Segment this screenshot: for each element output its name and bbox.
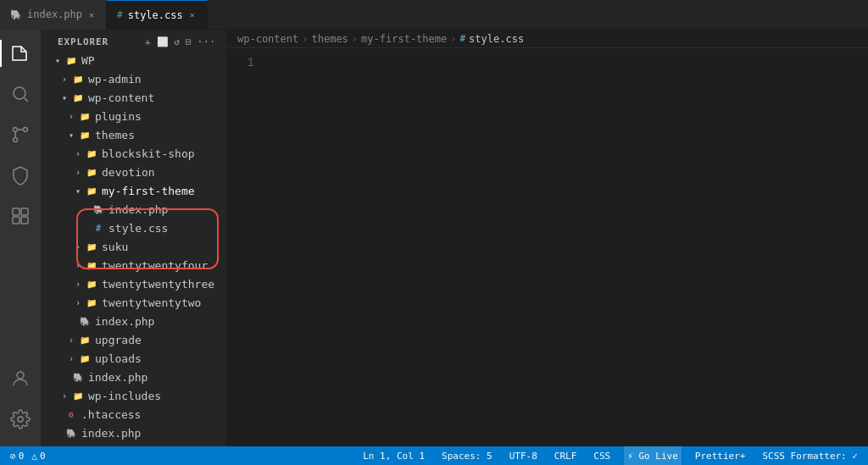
tree-item-upgrade[interactable]: 📁 upgrade [41,330,226,349]
tab-index-php[interactable]: 🐘 index.php ✕ [0,0,107,30]
activity-source-control[interactable] [0,114,41,155]
status-errors[interactable]: ⊘ 0 △ 0 [7,446,49,465]
editor-content[interactable]: 1 [227,48,868,446]
status-spaces[interactable]: Spaces: 5 [438,446,496,465]
folder-icon-twentytwentythree: 📁 [85,277,98,291]
folder-icon-upgrade: 📁 [78,333,92,346]
folder-icon-suku: 📁 [85,240,98,253]
spaces-label: Spaces: 5 [442,451,492,462]
tree-item-themes[interactable]: 📁 themes [41,125,226,144]
tree-item-blockskit[interactable]: 📁 blockskit-shop [41,144,226,163]
folder-icon-my-first-theme: 📁 [85,184,98,197]
status-language[interactable]: CSS [590,446,614,465]
svg-point-2 [24,128,28,132]
tab-close-index-php[interactable]: ✕ [87,8,96,21]
activity-explorer[interactable] [0,33,41,74]
new-file-icon[interactable]: + [145,36,152,47]
tab-label-index-php: index.php [27,8,82,20]
arrow-wp-includes [58,389,71,402]
prettier-label: Prettier+ [695,451,746,462]
tree-item-style-css-theme[interactable]: # style.css [41,219,226,237]
svg-rect-6 [13,217,19,224]
tree-item-license[interactable]: 🔑 license.txt [41,442,226,446]
breadcrumb-hash-icon: # [459,33,465,44]
arrow-index-php-wp [58,370,71,384]
status-line-ending[interactable]: CRLF [551,446,581,465]
activity-extensions[interactable] [0,196,41,236]
arrow-plugins [64,109,78,123]
arrow-devotion [71,165,85,179]
tree-item-index-php-root[interactable]: 🐘 index.php [41,423,226,442]
code-area[interactable] [268,48,868,446]
php-icon: 🐘 [10,9,22,20]
tree-item-suku[interactable]: 📁 suku [41,237,226,256]
tree-label-upgrade: upgrade [95,334,142,346]
sidebar-container: 📁 WP 📁 wp-admin 📁 wp-content [41,51,226,446]
php-icon-index-theme: 🐘 [92,202,105,216]
tab-close-style-css[interactable]: ✕ [188,8,197,21]
tree-label-suku: suku [102,241,128,253]
tree-label-themes: themes [95,129,135,141]
tab-label-style-css: style.css [128,9,183,21]
refresh-icon[interactable]: ↺ [174,36,181,47]
svg-point-0 [14,87,25,99]
status-scss[interactable]: SCSS Formatter: ✓ [759,446,861,465]
status-position[interactable]: Ln 1, Col 1 [359,446,428,465]
tree-item-wp-admin[interactable]: 📁 wp-admin [41,69,226,88]
main-layout: EXPLORER + ⬜ ↺ ⊟ ··· 📁 WP [0,30,868,446]
folder-icon-devotion: 📁 [85,165,98,179]
tree-item-wp[interactable]: 📁 WP [41,51,226,69]
arrow-license [51,445,64,446]
arrow-wp-admin [58,72,71,86]
tree-item-htaccess[interactable]: ⚙ .htaccess [41,405,226,423]
line-number-1: 1 [244,55,254,71]
php-icon-root: 🐘 [64,426,78,440]
tree-item-plugins[interactable]: 📁 plugins [41,107,226,125]
svg-rect-4 [13,208,19,215]
tree-item-wp-content[interactable]: 📁 wp-content [41,88,226,107]
tree-label-wp-content: wp-content [88,91,154,104]
arrow-twentytwentythree [71,277,85,291]
arrow-twentytwentyfour [71,258,85,272]
activity-settings[interactable] [0,399,41,440]
breadcrumb-wp-content: wp-content [237,33,298,45]
tree-item-index-php-wc[interactable]: 🐘 index.php [41,312,226,330]
tree-item-my-first-theme[interactable]: 📁 my-first-theme [41,181,226,200]
tree-label-twentytwentythree: twentytwentythree [102,278,214,291]
svg-point-1 [14,128,18,132]
status-prettier[interactable]: Prettier+ [692,446,749,465]
tree-item-uploads[interactable]: 📁 uploads [41,349,226,368]
tree-item-devotion[interactable]: 📁 devotion [41,163,226,181]
tree-label-my-first-theme: my-first-theme [102,185,195,197]
arrow-index-php-wc [64,314,78,328]
activity-bottom [0,358,41,446]
activity-accounts[interactable] [0,358,41,399]
folder-icon-themes: 📁 [78,128,92,141]
editor-area: wp-content › themes › my-first-theme › #… [227,30,868,446]
status-left: ⊘ 0 △ 0 [7,446,49,465]
css-icon-style-theme: # [92,221,105,235]
new-folder-icon[interactable]: ⬜ [157,36,170,47]
tab-style-css[interactable]: # style.css ✕ [107,0,208,30]
status-golive[interactable]: ⚡ Go Live [624,446,682,465]
breadcrumb-style-css: style.css [469,33,524,45]
tree-item-twentytwentytwo[interactable]: 📁 twentytwentytwo [41,293,226,312]
status-encoding[interactable]: UTF-8 [506,446,541,465]
activity-search[interactable] [0,74,41,114]
tree-item-wp-includes[interactable]: 📁 wp-includes [41,386,226,405]
tree-item-twentytwentythree[interactable]: 📁 twentytwentythree [41,274,226,293]
activity-debug[interactable] [0,155,41,196]
tree-item-twentytwentyfour[interactable]: 📁 twentytwentyfour [41,256,226,274]
warning-count: 0 [40,451,46,462]
more-actions-icon[interactable]: ··· [197,36,216,47]
error-icon: ⊘ [10,451,16,462]
tree-item-index-php-theme[interactable]: 🐘 index.php [41,200,226,219]
folder-icon-wp-content: 📁 [71,91,85,104]
collapse-icon[interactable]: ⊟ [186,36,192,47]
tree-item-index-php-wp[interactable]: 🐘 index.php [41,368,226,386]
sidebar-tree[interactable]: 📁 WP 📁 wp-admin 📁 wp-content [41,51,226,446]
tree-label-blockskit: blockskit-shop [102,147,195,160]
tree-label-style-css-theme: style.css [108,222,168,235]
arrow-uploads [64,352,78,365]
sidebar-title: EXPLORER [58,36,108,47]
